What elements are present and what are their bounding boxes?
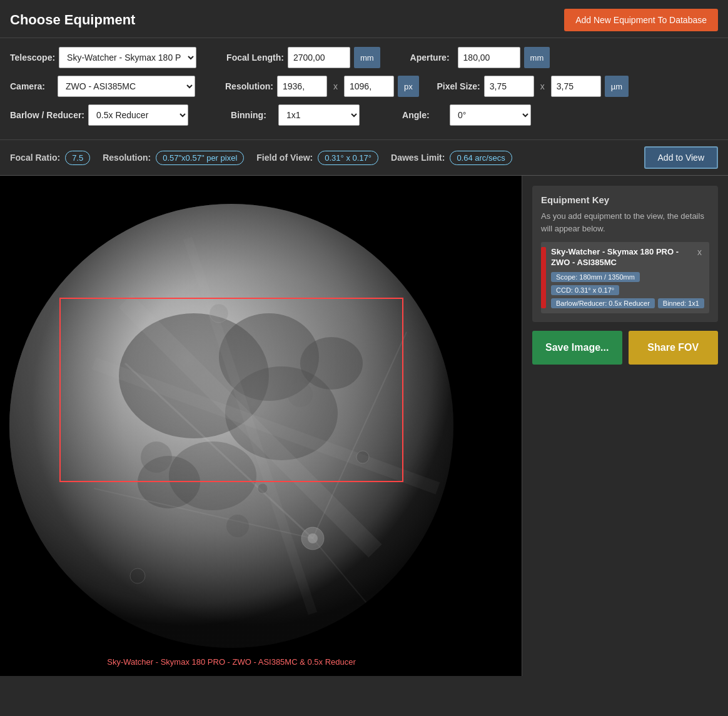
equipment-entry: Sky-Watcher - Skymax 180 PRO - ZWO - ASI… (541, 242, 709, 313)
resolution-y-input[interactable] (344, 76, 394, 97)
binning-label: Binning: (231, 110, 275, 120)
entry-content: Sky-Watcher - Skymax 180 PRO - ZWO - ASI… (551, 247, 704, 308)
focal-length-label: Focal Length: (226, 53, 284, 63)
camera-select[interactable]: ZWO - ASI385MC (58, 76, 195, 97)
pixel-size-unit: µm (605, 76, 629, 97)
camera-group: Camera: ZWO - ASI385MC (10, 76, 195, 97)
angle-select[interactable]: 0°90°180°270° (450, 104, 531, 126)
sidebar: Equipment Key As you add equipment to th… (522, 176, 728, 676)
resolution-label: Resolution: (225, 81, 273, 91)
aperture-input[interactable] (458, 47, 520, 68)
entry-tag-binned: Binned: 1x1 (658, 298, 704, 308)
add-new-equipment-button[interactable]: Add New Equipment To Database (564, 9, 718, 31)
aperture-unit: mm (524, 47, 550, 68)
focal-ratio-value: 7.5 (65, 151, 90, 165)
add-to-view-button[interactable]: Add to View (644, 146, 718, 169)
telescope-group: Telescope: Sky-Watcher - Skymax 180 PRO (10, 47, 196, 68)
entry-tag-scope: Scope: 180mm / 1350mm (551, 272, 640, 282)
entry-tags: Scope: 180mm / 1350mm CCD: 0.31° x 0.17°… (551, 272, 704, 308)
entry-tag-ccd: CCD: 0.31° x 0.17° (551, 285, 619, 295)
resolution-separator: x (331, 81, 340, 91)
fov-value: 0.31° x 0.17° (318, 151, 378, 165)
share-fov-button[interactable]: Share FOV (629, 331, 719, 365)
moon-svg (0, 176, 463, 676)
resolution-unit: px (398, 76, 419, 97)
entry-color-bar (541, 247, 546, 308)
resolution-x-input[interactable] (277, 76, 327, 97)
focal-ratio-label: Focal Ratio: (10, 153, 60, 163)
resolution-group: Resolution: x px (225, 76, 419, 97)
pixel-size-x-input[interactable] (484, 76, 534, 97)
resolution-stat: Resolution: 0.57"x0.57" per pixel (103, 151, 244, 165)
entry-close-button[interactable]: x (695, 247, 704, 257)
barlow-label: Barlow / Reducer: (10, 110, 84, 120)
action-buttons: Save Image... Share FOV (532, 331, 718, 365)
fov-label: Field of View: (256, 153, 313, 163)
save-image-button[interactable]: Save Image... (532, 331, 622, 365)
focal-length-input[interactable] (288, 47, 350, 68)
fov-stat: Field of View: 0.31° x 0.17° (256, 151, 378, 165)
page-title: Choose Equipment (10, 12, 135, 28)
pixel-size-separator: x (538, 81, 547, 91)
stats-row: Focal Ratio: 7.5 Resolution: 0.57"x0.57"… (0, 140, 728, 176)
pixel-size-group: Pixel Size: x µm (437, 76, 629, 97)
pixel-size-y-input[interactable] (551, 76, 601, 97)
controls-row-3: Barlow / Reducer: 0.5x ReducerNone2x Bar… (10, 104, 718, 126)
dawes-stat: Dawes Limit: 0.64 arc/secs (391, 151, 512, 165)
resolution-stat-label: Resolution: (103, 153, 151, 163)
top-bar: Choose Equipment Add New Equipment To Da… (0, 0, 728, 38)
binning-group: Binning: 1x12x23x3 (231, 104, 360, 126)
moon-overlay (9, 204, 453, 648)
entry-name: Sky-Watcher - Skymax 180 PRO - ZWO - ASI… (551, 247, 695, 268)
telescope-select[interactable]: Sky-Watcher - Skymax 180 PRO (59, 47, 196, 68)
barlow-select[interactable]: 0.5x ReducerNone2x Barlow (88, 104, 188, 126)
main-content: Sky-Watcher - Skymax 180 PRO - ZWO - ASI… (0, 176, 728, 676)
camera-label: Camera: (10, 81, 54, 91)
entry-tag-barlow: Barlow/Reducer: 0.5x Reducer (551, 298, 655, 308)
image-area: Sky-Watcher - Skymax 180 PRO - ZWO - ASI… (0, 176, 522, 676)
pixel-size-label: Pixel Size: (437, 81, 480, 91)
aperture-label: Aperture: (410, 53, 454, 63)
focal-length-unit: mm (354, 47, 380, 68)
equipment-key-desc: As you add equipment to the view, the de… (541, 210, 709, 234)
binning-select[interactable]: 1x12x23x3 (278, 104, 360, 126)
controls-row-2: Camera: ZWO - ASI385MC Resolution: x px … (10, 76, 718, 97)
telescope-label: Telescope: (10, 53, 55, 63)
moon-canvas: Sky-Watcher - Skymax 180 PRO - ZWO - ASI… (0, 176, 463, 676)
angle-group: Angle: 0°90°180°270° (402, 104, 531, 126)
dawes-value: 0.64 arc/secs (450, 151, 512, 165)
fov-label: Sky-Watcher - Skymax 180 PRO - ZWO - ASI… (107, 657, 356, 667)
resolution-stat-value: 0.57"x0.57" per pixel (156, 151, 244, 165)
aperture-group: Aperture: mm (410, 47, 550, 68)
controls-row-1: Telescope: Sky-Watcher - Skymax 180 PRO … (10, 47, 718, 68)
equipment-key-title: Equipment Key (541, 194, 709, 205)
barlow-group: Barlow / Reducer: 0.5x ReducerNone2x Bar… (10, 104, 188, 126)
focal-ratio-stat: Focal Ratio: 7.5 (10, 151, 90, 165)
angle-label: Angle: (402, 110, 446, 120)
controls-panel: Telescope: Sky-Watcher - Skymax 180 PRO … (0, 38, 728, 140)
focal-length-group: Focal Length: mm (226, 47, 380, 68)
equipment-key-panel: Equipment Key As you add equipment to th… (532, 186, 718, 322)
entry-header: Sky-Watcher - Skymax 180 PRO - ZWO - ASI… (551, 247, 704, 268)
dawes-label: Dawes Limit: (391, 153, 445, 163)
